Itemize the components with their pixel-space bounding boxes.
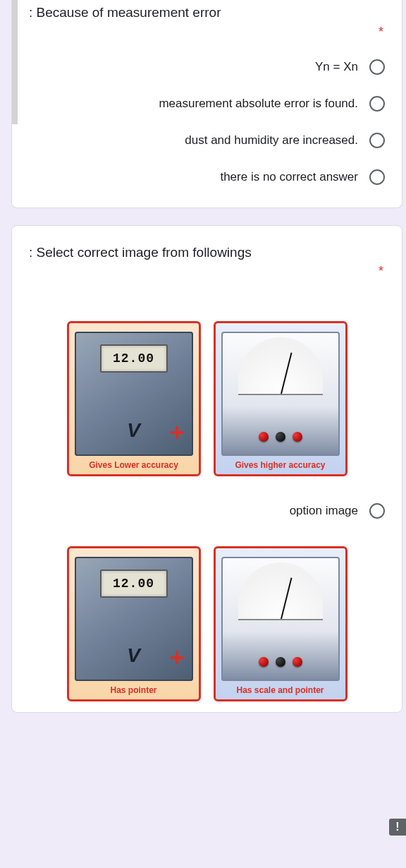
radio-icon[interactable] bbox=[369, 59, 385, 75]
analog-meter-body bbox=[221, 557, 340, 681]
option-row[interactable]: Yn = Xn bbox=[29, 59, 385, 75]
knob-icon bbox=[293, 432, 302, 442]
digital-meter-image: 12.00 V Gives Lower accuracy bbox=[67, 321, 201, 476]
voltmeter-v-icon: V bbox=[127, 644, 140, 667]
option-row[interactable]: there is no correct answer bbox=[29, 169, 385, 185]
analog-dial bbox=[238, 337, 323, 395]
question-title: : Select correct image from followings bbox=[29, 243, 385, 263]
lcd-display: 12.00 bbox=[100, 569, 168, 598]
card-side-indicator bbox=[12, 0, 18, 124]
analog-meter-body bbox=[221, 332, 340, 456]
required-marker: * bbox=[29, 264, 383, 279]
radio-icon[interactable] bbox=[369, 503, 385, 519]
question-title-text: : Because of measurement error bbox=[29, 5, 221, 20]
knobs-row bbox=[221, 650, 340, 674]
digital-meter-body: 12.00 V bbox=[75, 557, 193, 681]
knob-icon bbox=[276, 432, 285, 442]
image-option-frame: 12.00 V Gives Lower accuracy bbox=[59, 307, 355, 490]
question-card-2: : Select correct image from followings *… bbox=[11, 225, 402, 713]
image-caption: Gives higher accuracy bbox=[235, 460, 325, 470]
digital-meter-image: 12.00 V Has pointer bbox=[67, 546, 201, 701]
radio-icon[interactable] bbox=[369, 133, 385, 148]
radio-icon[interactable] bbox=[369, 96, 385, 111]
knob-icon bbox=[276, 657, 285, 667]
digital-meter-body: 12.00 V bbox=[75, 332, 193, 456]
options-group: Yn = Xn measurement absolute error is fo… bbox=[29, 59, 385, 185]
option-row[interactable]: dust and humidity are increased. bbox=[29, 133, 385, 148]
option-label: option image bbox=[290, 504, 358, 518]
knob-icon bbox=[259, 657, 269, 667]
image-caption: Gives Lower accuracy bbox=[89, 460, 178, 470]
analog-dial bbox=[238, 562, 323, 620]
plus-icon bbox=[171, 426, 183, 439]
question-title-text: : Select correct image from followings bbox=[29, 245, 252, 260]
option-label: dust and humidity are increased. bbox=[185, 133, 358, 147]
option-row[interactable]: option image bbox=[29, 503, 385, 519]
needle-icon bbox=[281, 578, 292, 620]
image-option: 12.00 V Gives Lower accuracy bbox=[29, 307, 385, 490]
required-marker: * bbox=[29, 25, 383, 40]
image-caption: Has scale and pointer bbox=[236, 685, 324, 695]
plus-icon bbox=[171, 651, 183, 664]
image-option-frame: 12.00 V Has pointer bbox=[59, 543, 355, 705]
knobs-row bbox=[221, 425, 340, 449]
alert-icon[interactable]: ! bbox=[389, 819, 406, 836]
question-title: : Because of measurement error bbox=[29, 3, 385, 23]
question-card-1: : Because of measurement error * Yn = Xn… bbox=[11, 0, 402, 208]
image-caption: Has pointer bbox=[110, 685, 156, 695]
knob-icon bbox=[259, 432, 269, 442]
alert-glyph: ! bbox=[395, 821, 399, 833]
knob-icon bbox=[293, 657, 302, 667]
analog-meter-image: Gives higher accuracy bbox=[214, 321, 347, 476]
analog-meter-image: Has scale and pointer bbox=[214, 546, 347, 701]
option-label: Yn = Xn bbox=[315, 60, 358, 74]
option-row[interactable]: measurement absolute error is found. bbox=[29, 96, 385, 111]
needle-icon bbox=[281, 353, 292, 394]
option-label: there is no correct answer bbox=[220, 170, 358, 184]
lcd-display: 12.00 bbox=[100, 344, 168, 373]
voltmeter-v-icon: V bbox=[127, 419, 140, 442]
image-option: 12.00 V Has pointer bbox=[29, 543, 385, 705]
option-label: measurement absolute error is found. bbox=[159, 97, 358, 111]
radio-icon[interactable] bbox=[369, 169, 385, 185]
